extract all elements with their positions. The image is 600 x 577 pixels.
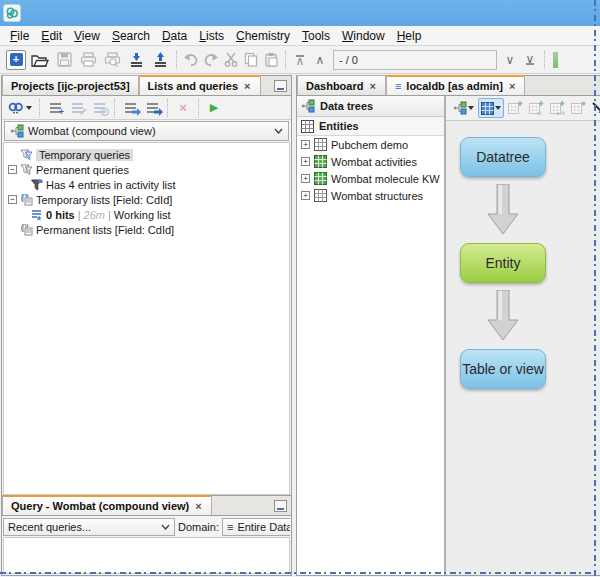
close-icon[interactable]: × — [508, 80, 516, 92]
recent-queries-combo[interactable]: Recent queries... — [3, 518, 175, 536]
minimize-window-icon[interactable] — [274, 500, 287, 512]
chevron-down-icon — [161, 524, 170, 530]
run-icon: ▶ — [210, 101, 218, 114]
new-list-button[interactable]: + — [44, 98, 66, 118]
edit-list-button[interactable] — [66, 98, 88, 118]
entity-row-wombat-activities[interactable]: + Wombat activities — [297, 153, 444, 170]
table-green-icon — [314, 172, 327, 185]
tree-row-temporary-queries[interactable]: Temporary queries — [4, 147, 289, 162]
new-entity-button[interactable] — [478, 98, 504, 118]
new-reaction-entity-button[interactable]: a+b — [548, 98, 567, 118]
domain-combo[interactable]: ≡ Entire Database — [222, 518, 290, 536]
paste-button[interactable] — [261, 49, 281, 71]
table-icon — [301, 120, 314, 133]
tree-row-temporary-lists[interactable]: − Temporary lists [Field: CdId] — [4, 192, 289, 207]
query-editor-area[interactable] — [3, 537, 290, 574]
collapse-icon[interactable]: − — [8, 165, 17, 174]
close-icon[interactable]: × — [243, 80, 251, 92]
schema-toolbar: ct a+b — [446, 96, 600, 121]
node-label: Table or view — [462, 361, 544, 377]
entity-row-pubchem[interactable]: + Pubchem demo — [297, 136, 444, 153]
new-standard-entity-button[interactable] — [506, 98, 525, 118]
import-button[interactable] — [124, 49, 148, 71]
tab-projects[interactable]: Projects [ijc-project53] — [2, 75, 139, 95]
first-row-button[interactable]: ∧ — [290, 49, 310, 71]
query-builder-button[interactable] — [5, 98, 35, 118]
next-row-button[interactable]: ∨ — [500, 49, 520, 71]
tab-query-wombat[interactable]: Query - Wombat (compound view) × — [2, 495, 212, 515]
redo-button[interactable] — [201, 49, 221, 71]
entity-row-wombat-structures[interactable]: + Wombat structures — [297, 187, 444, 204]
tree-label: Temporary queries — [36, 149, 133, 161]
run-query-button[interactable]: ▶ — [203, 98, 225, 118]
save-button[interactable] — [52, 49, 76, 71]
tree-row-query-item[interactable]: Has 4 entries in activity list — [4, 177, 289, 192]
menu-data[interactable]: Data — [156, 27, 193, 45]
menu-tools[interactable]: Tools — [296, 27, 336, 45]
menu-edit[interactable]: Edit — [35, 27, 68, 45]
domain-label: Domain: — [178, 521, 219, 533]
query-window: Query - Wombat (compound view) × Recent … — [2, 495, 291, 575]
expand-icon[interactable]: + — [301, 157, 310, 166]
menu-chemistry[interactable]: Chemistry — [230, 27, 296, 45]
menu-file[interactable]: File — [4, 27, 35, 45]
working-list-hits: 0 hits — [46, 209, 75, 221]
menu-window[interactable]: Window — [336, 27, 391, 45]
new-chemical-entity-button[interactable]: ct — [527, 98, 546, 118]
export-button[interactable] — [148, 49, 172, 71]
previous-row-button[interactable]: ∧ — [310, 49, 330, 71]
collapse-icon[interactable]: − — [8, 195, 17, 204]
schema-diagram-canvas: Datatree Entity — [446, 121, 600, 575]
table-plus-ab-icon: a+b — [550, 101, 565, 115]
entities-label: Entities — [319, 120, 359, 132]
menu-help[interactable]: Help — [391, 27, 428, 45]
dropdown-icon — [468, 106, 474, 110]
print-icon — [80, 52, 97, 67]
menu-view[interactable]: View — [68, 27, 106, 45]
tree-row-working-list[interactable]: 0 hits | 26m | Working list — [4, 207, 289, 222]
datatree-selector[interactable]: Wombat (compound view) — [4, 121, 289, 141]
table-gray-icon — [314, 189, 327, 202]
expand-icon[interactable]: + — [301, 174, 310, 183]
save-icon — [57, 52, 72, 67]
cut-button[interactable] — [221, 49, 241, 71]
data-trees-label: Data trees — [320, 100, 373, 112]
minimize-window-icon[interactable] — [274, 80, 287, 92]
lists-queries-toolbar: + — [2, 96, 291, 120]
expand-icon[interactable]: + — [301, 191, 310, 200]
open-button[interactable] — [28, 49, 52, 71]
tab-dashboard[interactable]: Dashboard × — [297, 75, 386, 95]
domain-value: Entire Database — [237, 521, 290, 533]
copy-to-list-button[interactable] — [119, 98, 141, 118]
tree-label: Temporary lists [Field: CdId] — [36, 194, 172, 206]
tree-row-permanent-lists[interactable]: Permanent lists [Field: CdId] — [4, 222, 289, 237]
entity-row-wombat-molecule-kw[interactable]: + Wombat molecule KW — [297, 170, 444, 187]
menu-search[interactable]: Search — [106, 27, 156, 45]
menu-lists[interactable]: Lists — [193, 27, 230, 45]
print-button[interactable] — [76, 49, 100, 71]
row-counter-field[interactable]: - / 0 — [333, 50, 497, 70]
down-arrow-icon — [488, 290, 518, 342]
toolbar-separator — [167, 99, 168, 117]
move-to-list-button[interactable] — [141, 98, 163, 118]
new-button[interactable]: + — [4, 49, 28, 71]
tree-row-permanent-queries[interactable]: − Permanent queries — [4, 162, 289, 177]
entities-header[interactable]: Entities — [297, 117, 444, 136]
new-datatree-button[interactable] — [451, 98, 476, 118]
lists-folder-icon — [20, 224, 33, 236]
manage-list-button[interactable] — [88, 98, 110, 118]
lists-folder-icon — [20, 194, 33, 206]
delete-list-button[interactable]: × — [172, 98, 194, 118]
promote-entity-button[interactable] — [569, 98, 588, 118]
tab-localdb[interactable]: ≡ localdb [as admin] × — [386, 75, 525, 95]
close-icon[interactable]: × — [368, 80, 376, 92]
close-icon[interactable]: × — [194, 500, 202, 512]
tab-lists-and-queries[interactable]: Lists and queries × — [139, 75, 261, 95]
data-trees-header[interactable]: Data trees — [297, 96, 444, 117]
expand-icon[interactable]: + — [301, 140, 310, 149]
print-preview-button[interactable] — [100, 49, 124, 71]
last-row-button[interactable]: ∨ — [520, 49, 540, 71]
copy-button[interactable] — [241, 49, 261, 71]
undo-button[interactable] — [181, 49, 201, 71]
clipped-toolbar-icon — [553, 52, 558, 68]
